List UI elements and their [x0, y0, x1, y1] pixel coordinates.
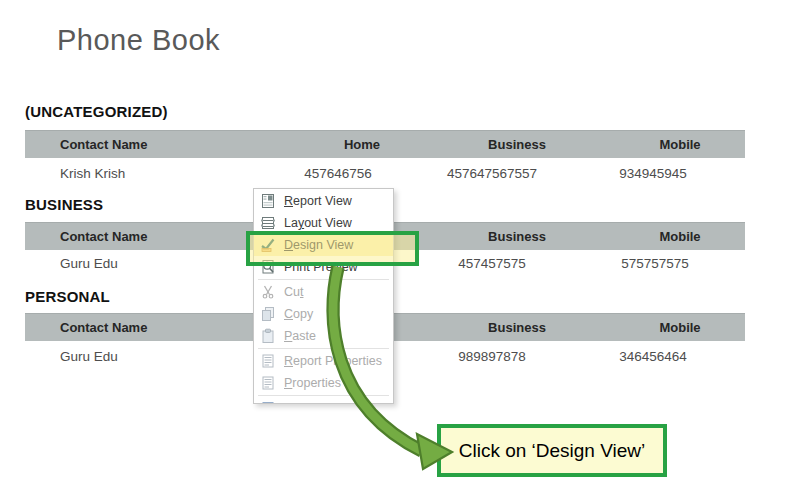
column-header-mobile: Mobile	[659, 314, 700, 341]
column-header-business: Business	[488, 223, 546, 250]
cell-contact-name[interactable]: Guru Edu	[60, 348, 118, 366]
annotation-callout-text: Click on ‘Design View’	[459, 440, 646, 462]
menu-item-copy[interactable]: Copy	[254, 303, 393, 325]
table-header-row: Contact Name Home Business Mobile	[25, 130, 745, 158]
cell-mobile[interactable]: 575757575	[621, 255, 689, 273]
column-header-mobile: Mobile	[659, 131, 700, 158]
column-header-contact-name: Contact Name	[60, 223, 147, 250]
column-header-contact-name: Contact Name	[60, 131, 147, 158]
properties-icon	[260, 375, 276, 391]
cell-mobile[interactable]: 934945945	[619, 165, 687, 183]
report-properties-icon	[260, 353, 276, 369]
column-header-mobile: Mobile	[659, 223, 700, 250]
menu-item-label: Properties	[284, 376, 341, 390]
menu-item-label: Copy	[284, 307, 313, 321]
menu-item-report-view[interactable]: Report View	[254, 190, 393, 212]
design-view-highlight-box	[246, 231, 419, 266]
close-icon	[260, 400, 276, 404]
cell-contact-name[interactable]: Guru Edu	[60, 255, 118, 273]
column-header-home: Home	[344, 131, 380, 158]
menu-item-paste[interactable]: Paste	[254, 325, 393, 347]
copy-icon	[260, 306, 276, 322]
column-header-contact-name: Contact Name	[60, 314, 147, 341]
menu-item-label: Close	[284, 401, 316, 404]
menu-item-label: Report View	[284, 194, 352, 208]
paste-icon	[260, 328, 276, 344]
cell-home[interactable]: 457646756	[304, 165, 372, 183]
menu-item-cut[interactable]: Cut	[254, 281, 393, 303]
column-header-business: Business	[488, 131, 546, 158]
menu-separator	[258, 348, 389, 349]
context-menu: Report View Layout View Design View Prin…	[253, 188, 394, 404]
column-header-business: Business	[488, 314, 546, 341]
menu-item-report-properties[interactable]: Report Properties	[254, 350, 393, 372]
report-view-icon	[260, 193, 276, 209]
cell-contact-name[interactable]: Krish Krish	[60, 165, 125, 183]
page-title: Phone Book	[57, 24, 220, 57]
cell-business[interactable]: 457647567557	[447, 165, 537, 183]
cell-business[interactable]: 457457575	[458, 255, 526, 273]
menu-item-close[interactable]: Close	[254, 397, 393, 404]
section-label-uncategorized: (UNCATEGORIZED)	[25, 103, 168, 120]
menu-item-properties[interactable]: Properties	[254, 372, 393, 394]
menu-item-label: Cut	[284, 285, 303, 299]
menu-separator	[258, 279, 389, 280]
cut-icon	[260, 284, 276, 300]
section-label-business: BUSINESS	[25, 196, 103, 213]
cell-business[interactable]: 989897878	[458, 348, 526, 366]
annotation-callout: Click on ‘Design View’	[437, 424, 667, 477]
menu-item-label: Report Properties	[284, 354, 382, 368]
section-label-personal: PERSONAL	[25, 288, 110, 305]
menu-item-label: Paste	[284, 329, 316, 343]
layout-view-icon	[260, 215, 276, 231]
cell-mobile[interactable]: 346456464	[619, 348, 687, 366]
menu-item-label: Layout View	[284, 216, 352, 230]
menu-separator	[258, 395, 389, 396]
